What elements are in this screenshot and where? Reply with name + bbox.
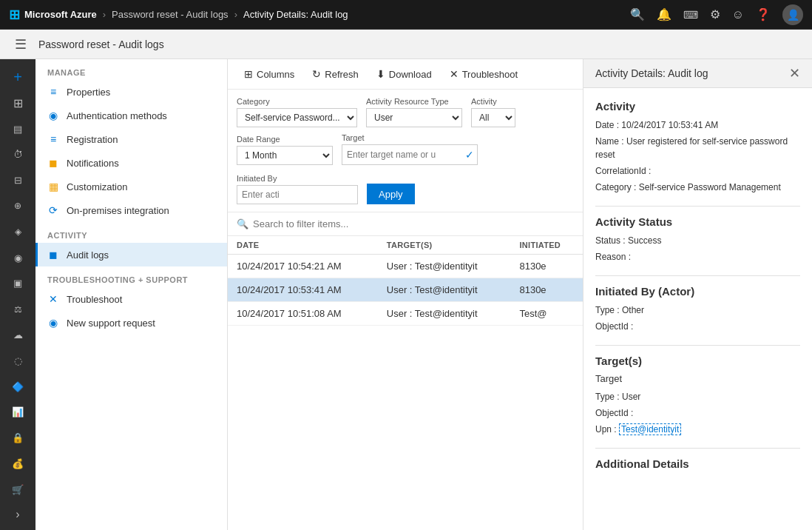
smiley-icon[interactable]: ☺ — [732, 8, 744, 21]
columns-label: Columns — [257, 69, 294, 80]
help-icon[interactable]: ❓ — [756, 7, 771, 21]
detail-category: Category : Self-service Password Managem… — [595, 181, 800, 194]
date-range-select[interactable]: 1 Month — [237, 146, 333, 165]
date-label: Date : — [595, 120, 619, 130]
divider-1 — [595, 206, 800, 207]
notifications-label: Notifications — [67, 158, 119, 169]
sidebar-item-registration[interactable]: ≡ Registration — [35, 127, 227, 151]
left-nav-dashboard[interactable]: ⊞ — [3, 91, 33, 115]
troubleshoot-label: Troubleshoot — [67, 294, 122, 305]
sidebar-item-audit-logs[interactable]: ◼ Audit logs — [35, 243, 227, 266]
table-row[interactable]: 10/24/2017 10:51:08 AM User : Test@ident… — [228, 302, 583, 326]
sidebar-item-customization[interactable]: ▦ Customization — [35, 175, 227, 198]
initiated-by-input[interactable] — [237, 185, 358, 204]
row2-date: 10/24/2017 10:53:41 AM — [228, 278, 378, 302]
sidebar-item-notifications[interactable]: ◼ Notifications — [35, 151, 227, 175]
table-row[interactable]: 10/24/2017 10:53:41 AM User : Test@ident… — [228, 278, 583, 302]
activity-status-section: Activity Status Status : Success Reason … — [595, 215, 800, 264]
apply-button[interactable]: Apply — [367, 184, 415, 204]
left-nav-recent[interactable]: ⏱ — [3, 142, 33, 167]
table-row[interactable]: 10/24/2017 10:54:21 AM User : Test@ident… — [228, 255, 583, 278]
left-nav-lb[interactable]: ⚖ — [3, 297, 33, 321]
download-button[interactable]: ⬇ Download — [369, 65, 439, 83]
detail-target-type: Type : User — [595, 390, 800, 403]
bell-icon[interactable]: 🔔 — [657, 7, 671, 21]
target-objectid-label: ObjectId : — [595, 408, 633, 418]
right-panel: Activity Details: Audit log ✕ Activity D… — [583, 59, 812, 530]
left-nav-sql[interactable]: ◈ — [3, 220, 33, 244]
category-select[interactable]: Self-service Password... — [237, 108, 357, 127]
detail-actor-objectid: ObjectId : — [595, 320, 800, 333]
category-filter: Category Self-service Password... — [237, 97, 357, 127]
left-nav-cosmos[interactable]: ◉ — [3, 246, 33, 270]
left-nav-security[interactable]: 🔒 — [3, 426, 33, 450]
date-range-label: Date Range — [237, 135, 333, 144]
refresh-button[interactable]: ↻ Refresh — [305, 65, 366, 83]
left-nav-expand[interactable]: › — [3, 505, 33, 530]
left-nav-monitor[interactable]: 📊 — [3, 400, 33, 425]
sidebar-item-support[interactable]: ◉ New support request — [35, 311, 227, 335]
additional-details-section: Additional Details — [595, 457, 800, 470]
target-input[interactable] — [342, 145, 462, 164]
hamburger-menu[interactable]: ☰ — [15, 36, 27, 53]
activity-title: Activity — [595, 100, 800, 113]
initiated-title: Initiated By (Actor) — [595, 285, 800, 298]
troubleshoot-button[interactable]: ✕ Troubleshoot — [442, 65, 525, 83]
resource-type-select[interactable]: User — [366, 108, 462, 127]
detail-target-objectid: ObjectId : — [595, 406, 800, 420]
status-value: Success — [628, 235, 661, 246]
activity-filter: Activity All — [471, 97, 515, 127]
left-nav-app-services[interactable]: ⊕ — [3, 194, 33, 218]
sidebar-item-troubleshoot[interactable]: ✕ Troubleshoot — [35, 287, 227, 311]
initiated-by-filter: Initiated By — [237, 174, 358, 204]
right-panel-close-button[interactable]: ✕ — [789, 67, 800, 80]
left-nav-resource-groups[interactable]: ⊟ — [3, 168, 33, 192]
category-detail-label: Category : — [595, 182, 636, 192]
left-nav-storage[interactable]: ☁ — [3, 323, 33, 347]
row2-initiated: 8130e — [510, 278, 583, 302]
avatar[interactable]: 👤 — [782, 4, 803, 25]
left-nav-cost[interactable]: 💰 — [3, 452, 33, 476]
columns-button[interactable]: ⊞ Columns — [237, 65, 302, 83]
customization-icon: ▦ — [47, 181, 59, 192]
actor-type-value: Other — [622, 305, 644, 315]
sidebar-item-onprem[interactable]: ⟳ On-premises integration — [35, 198, 227, 222]
left-nav-marketplace[interactable]: 🛒 — [3, 477, 33, 502]
filter-row-2: Date Range 1 Month Target ✓ Initiated By — [237, 133, 574, 204]
settings-icon[interactable]: ⚙ — [710, 7, 720, 21]
upn-value[interactable]: Test@identityit — [619, 423, 681, 435]
activity-section-label: ACTIVITY — [35, 222, 227, 243]
target-label: Target — [342, 133, 478, 142]
row3-initiated: Test@ — [510, 302, 583, 326]
left-nav-azure-ad[interactable]: 🔷 — [3, 375, 33, 399]
breadcrumb-1[interactable]: Password reset - Audit logs — [112, 9, 229, 20]
activity-filter-label: Activity — [471, 97, 515, 106]
search-icon[interactable]: 🔍 — [630, 7, 645, 21]
left-nav-vnet[interactable]: ◌ — [3, 349, 33, 373]
sidebar-item-properties[interactable]: ≡ Properties — [35, 80, 227, 104]
terminal-icon[interactable]: ⌨ — [683, 9, 698, 21]
right-panel-body: Activity Date : 10/24/2017 10:53:41 AM N… — [583, 88, 812, 494]
detail-upn: Upn : Test@identityit — [595, 423, 800, 436]
actor-type-label: Type : — [595, 305, 620, 315]
search-input[interactable] — [253, 218, 574, 229]
left-nav-add[interactable]: + — [3, 65, 33, 90]
sidebar: MANAGE ≡ Properties ◉ Authentication met… — [35, 59, 228, 530]
breadcrumb-sep-2: › — [234, 9, 237, 20]
col-targets: TARGET(S) — [378, 236, 511, 255]
left-nav-all-resources[interactable]: ▤ — [3, 117, 33, 141]
sidebar-item-auth-methods[interactable]: ◉ Authentication methods — [35, 104, 227, 127]
troubleshoot-toolbar-label: Troubleshoot — [462, 69, 518, 80]
detail-name: Name : User registered for self-service … — [595, 135, 800, 161]
filter-row-1: Category Self-service Password... Activi… — [237, 97, 574, 127]
filters: Category Self-service Password... Activi… — [228, 90, 583, 212]
troubleshoot-toolbar-icon: ✕ — [450, 68, 459, 80]
initiated-section: Initiated By (Actor) Type : Other Object… — [595, 285, 800, 333]
breadcrumb-sep-1: › — [103, 9, 106, 20]
notifications-icon: ◼ — [47, 157, 59, 169]
upn-label: Upn : — [595, 424, 617, 435]
registration-icon: ≡ — [47, 133, 59, 145]
left-nav-vms[interactable]: ▣ — [3, 272, 33, 296]
activity-select[interactable]: All — [471, 108, 515, 127]
right-panel-header: Activity Details: Audit log ✕ — [583, 59, 812, 88]
